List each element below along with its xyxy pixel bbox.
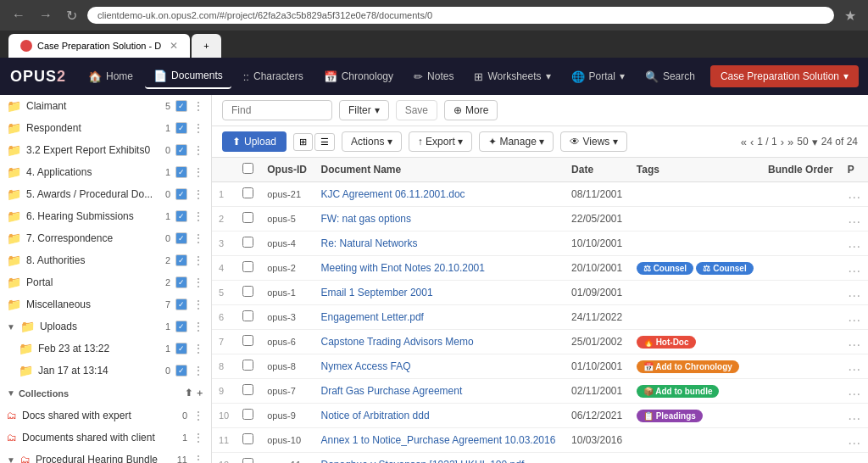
row-more-button[interactable]: … — [848, 211, 861, 226]
tab-close-button[interactable]: ✕ — [170, 40, 178, 52]
sidebar-checkbox[interactable]: ✓ — [175, 298, 187, 310]
sidebar-menu[interactable]: ⋮ — [192, 431, 204, 444]
col-date[interactable]: Date — [565, 158, 630, 182]
sidebar-checkbox[interactable]: ✓ — [175, 232, 187, 244]
sidebar-item-correspondence[interactable]: 📁 7. Correspondence 0 ✓ ⋮ — [0, 227, 211, 249]
doc-name-link[interactable]: FW: nat gas options — [321, 213, 412, 225]
doc-name-link[interactable]: Engagement Letter.pdf — [321, 311, 424, 323]
select-all-checkbox[interactable] — [242, 163, 253, 174]
row-checkbox[interactable] — [242, 433, 253, 444]
tag-badge[interactable]: 📦 Add to bundle — [637, 385, 720, 398]
row-checkbox[interactable] — [242, 237, 253, 248]
sidebar-checkbox[interactable]: ✓ — [175, 144, 187, 156]
doc-name-link[interactable]: Draft Gas Purchase Agreement — [321, 385, 463, 397]
row-checkbox[interactable] — [242, 310, 253, 321]
row-checkbox[interactable] — [242, 335, 253, 346]
sidebar-menu[interactable]: ⋮ — [192, 298, 204, 311]
row-checkbox[interactable] — [242, 409, 253, 420]
row-checkbox[interactable] — [242, 458, 253, 463]
sidebar-item-claimant[interactable]: 📁 Claimant 5 ✓ ⋮ — [0, 95, 211, 117]
collections-toggle[interactable]: ▼ — [7, 388, 15, 398]
sidebar-checkbox[interactable]: ✓ — [175, 343, 187, 354]
row-more-button[interactable]: … — [848, 408, 861, 423]
row-more-button[interactable]: … — [848, 236, 861, 251]
sidebar-checkbox[interactable]: ✓ — [175, 100, 187, 112]
forward-button[interactable]: → — [36, 6, 56, 25]
sidebar-menu[interactable]: ⋮ — [192, 121, 204, 135]
sidebar-item-miscellaneous[interactable]: 📁 Miscellaneous 7 ✓ ⋮ — [0, 293, 211, 315]
doc-name-link[interactable]: Annex 1 to Notice_Purchase Agreement 10.… — [321, 434, 556, 446]
sidebar-item-uploads[interactable]: ▼ 📁 Uploads 1 ✓ ⋮ — [0, 315, 211, 337]
back-button[interactable]: ← — [8, 6, 29, 25]
col-p[interactable]: P — [841, 158, 868, 182]
sidebar-item-docs-expert[interactable]: 🗂 Docs shared with expert 0 ⋮ — [0, 404, 211, 427]
sidebar-item-hearing-submissions[interactable]: 📁 6. Hearing Submissions 1 ✓ ⋮ — [0, 205, 211, 227]
sidebar-item-authorities[interactable]: 📁 8. Authorities 2 ✓ ⋮ — [0, 249, 211, 271]
doc-name-link[interactable]: Meeting with Enot Notes 20.10.2001 — [321, 262, 485, 274]
sidebar-menu[interactable]: ⋮ — [192, 254, 204, 267]
sidebar-checkbox[interactable]: ✓ — [175, 210, 187, 222]
sidebar-item-respondent[interactable]: 📁 Respondent 1 ✓ ⋮ — [0, 117, 211, 139]
row-more-button[interactable]: … — [848, 359, 861, 374]
prev-page-button[interactable]: ‹ — [750, 136, 754, 148]
help-button[interactable]: ❓ — [862, 66, 868, 86]
manage-button[interactable]: ✦ Manage ▾ — [479, 131, 554, 152]
sidebar-menu[interactable]: ⋮ — [192, 364, 204, 377]
row-more-button[interactable]: … — [848, 432, 861, 448]
doc-name-link[interactable]: Capstone Trading Advisors Memo — [321, 336, 474, 348]
row-more-button[interactable]: … — [848, 383, 861, 399]
sidebar-item-docs-client[interactable]: 🗂 Documents shared with client 1 ⋮ — [0, 427, 211, 449]
tag-badge[interactable]: 📋 Pleadings — [637, 410, 703, 422]
sidebar-menu[interactable]: ⋮ — [192, 143, 204, 157]
sidebar-item-applications[interactable]: 📁 4. Applications 1 ✓ ⋮ — [0, 161, 211, 183]
active-tab[interactable]: Case Preparation Solution - D ✕ — [8, 34, 190, 58]
bundle-chevron[interactable]: ▼ — [7, 455, 15, 464]
sidebar-item-procedural-hearing-bundle[interactable]: ▼ 🗂 Procedural Hearing Bundle 11 ⋮ — [0, 449, 211, 463]
nav-worksheets[interactable]: ⊞ Worksheets ▾ — [465, 65, 559, 88]
sidebar-menu[interactable]: ⋮ — [192, 320, 204, 333]
nav-home[interactable]: 🏠 Home — [80, 65, 142, 88]
collections-add-button[interactable]: ⬆ ＋ — [185, 387, 204, 399]
col-doc-name[interactable]: Document Name — [314, 158, 565, 182]
grid-view-button[interactable]: ⊞ — [293, 133, 313, 151]
nav-search[interactable]: 🔍 Search — [637, 65, 704, 88]
sidebar-menu[interactable]: ⋮ — [192, 342, 204, 355]
doc-name-link[interactable]: KJC Agreement 06.11.2001.doc — [321, 188, 465, 200]
sidebar-menu[interactable]: ⋮ — [192, 232, 204, 245]
row-more-button[interactable]: … — [848, 334, 861, 349]
save-button[interactable]: Save — [396, 100, 437, 120]
list-view-button[interactable]: ☰ — [314, 133, 335, 151]
upload-button[interactable]: ⬆ Upload — [222, 131, 287, 152]
sidebar-menu[interactable]: ⋮ — [192, 409, 204, 422]
sidebar-item-feb23[interactable]: 📁 Feb 23 at 13:22 1 ✓ ⋮ — [0, 337, 211, 360]
new-tab-button[interactable]: + — [192, 34, 220, 58]
uploads-chevron[interactable]: ▼ — [7, 322, 15, 332]
tag-badge[interactable]: 📅 Add to Chronology — [637, 360, 739, 373]
sidebar-item-expert-report[interactable]: 📁 3.2 Expert Report Exhibits0 0 ✓ ⋮ — [0, 139, 211, 161]
bookmark-button[interactable]: ★ — [841, 6, 860, 25]
sidebar-menu[interactable]: ⋮ — [192, 276, 204, 289]
refresh-button[interactable]: ↻ — [63, 6, 81, 25]
sidebar-menu[interactable]: ⋮ — [192, 99, 204, 113]
nav-portal[interactable]: 🌐 Portal ▾ — [563, 65, 633, 88]
nav-notes[interactable]: ✏ Notes — [405, 65, 462, 88]
row-more-button[interactable]: … — [848, 285, 861, 300]
export-button[interactable]: ↑ Export ▾ — [409, 131, 472, 152]
sidebar-menu[interactable]: ⋮ — [192, 187, 204, 201]
doc-name-link[interactable]: Email 1 September 2001 — [321, 287, 433, 298]
row-checkbox[interactable] — [242, 384, 253, 395]
sidebar-menu[interactable]: ⋮ — [192, 209, 204, 223]
case-preparation-button[interactable]: Case Preparation Solution ▾ — [710, 65, 859, 87]
col-tags[interactable]: Tags — [630, 158, 761, 182]
sidebar-menu[interactable]: ⋮ — [192, 453, 204, 463]
sidebar-checkbox[interactable]: ✓ — [175, 321, 187, 332]
sidebar-item-awards[interactable]: 📁 5. Awards / Procedural Do... 0 ✓ ⋮ — [0, 183, 211, 205]
sidebar-checkbox[interactable]: ✓ — [175, 276, 187, 288]
more-button[interactable]: ⊕ More — [444, 100, 498, 120]
first-page-button[interactable]: « — [741, 136, 747, 148]
row-checkbox[interactable] — [242, 212, 253, 223]
tag-badge[interactable]: ⚖ Counsel — [637, 262, 693, 275]
doc-name-link[interactable]: Nymex Access FAQ — [321, 360, 411, 372]
address-bar[interactable]: clientdemo-uk.on.opus2.com/#/project/62f… — [87, 7, 834, 24]
row-more-button[interactable]: … — [848, 310, 861, 325]
